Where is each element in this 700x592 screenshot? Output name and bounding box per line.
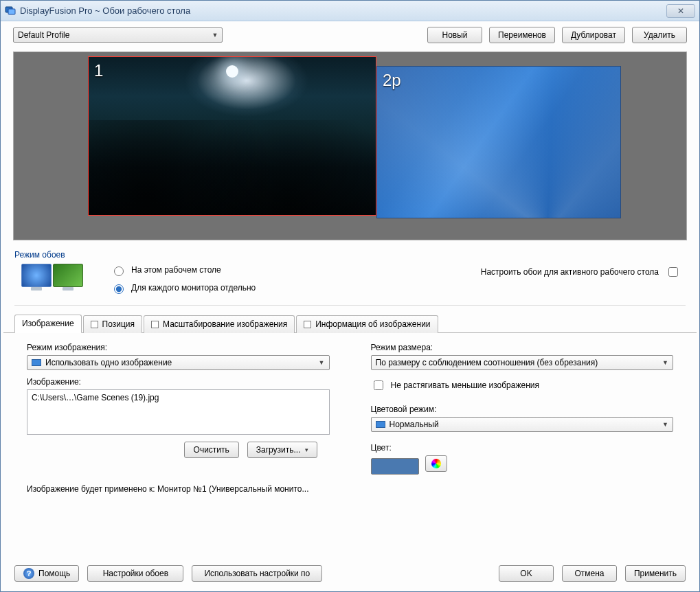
profile-toolbar: Default Profile Новый Переименов Дублиро… xyxy=(1,21,699,46)
color-mode-value: Нормальный xyxy=(389,420,439,429)
app-icon xyxy=(5,5,16,16)
close-button[interactable]: ✕ xyxy=(666,4,695,18)
footer: ?Помощь Настройки обоев Использовать нас… xyxy=(1,558,699,591)
clear-image-button[interactable]: Очистить xyxy=(184,442,239,458)
mode-icon-screen-1 xyxy=(21,264,52,287)
profile-select-value: Default Profile xyxy=(18,30,69,40)
image-mode-combo[interactable]: Использовать одно изображение xyxy=(27,355,330,370)
size-mode-combo[interactable]: По размеру с соблюдением соотношения (бе… xyxy=(371,355,674,370)
mode-heading: Режим обоев xyxy=(1,243,699,261)
window-title: DisplayFusion Pro ~ Обои рабочего стола xyxy=(20,5,666,16)
image-path-box[interactable]: C:\Users\…\Game Scenes (19).jpg xyxy=(27,389,330,435)
preview-area: 1 2р xyxy=(13,52,687,240)
new-profile-button[interactable]: Новый xyxy=(427,27,482,43)
mode-radio-group: На этом рабочем столе Для каждого монито… xyxy=(90,261,256,297)
monitor-2[interactable]: 2р xyxy=(376,66,621,218)
color-mode-label: Цветовой режим: xyxy=(371,405,674,414)
active-desktop-label: Настроить обои для активного рабочего ст… xyxy=(481,267,659,277)
divider xyxy=(14,305,686,306)
monitor-1-wallpaper xyxy=(89,57,376,215)
mode-icon-screen-2 xyxy=(53,264,83,287)
profile-select[interactable]: Default Profile xyxy=(13,27,223,43)
size-mode-label: Режим размера: xyxy=(371,343,674,352)
tab-info[interactable]: Информация об изображении xyxy=(296,315,438,333)
radio-this-desktop-label: На этом рабочем столе xyxy=(131,265,221,275)
delete-profile-button[interactable]: Удалить xyxy=(632,27,687,43)
cancel-button[interactable]: Отмена xyxy=(562,565,617,582)
use-settings-by-button[interactable]: Использовать настройки по xyxy=(192,565,322,582)
monitor-1[interactable]: 1 xyxy=(88,56,376,216)
radio-each-monitor[interactable]: Для каждого монитора отдельно xyxy=(111,279,256,297)
tab-scaling-icon xyxy=(151,321,159,328)
active-desktop-checkbox[interactable] xyxy=(668,267,678,277)
active-desktop-row: Настроить обои для активного рабочего ст… xyxy=(481,261,686,279)
mode-icon xyxy=(21,261,90,287)
app-window: DisplayFusion Pro ~ Обои рабочего стола … xyxy=(0,0,700,592)
image-path-label: Изображение: xyxy=(27,377,330,387)
no-stretch-checkbox[interactable] xyxy=(374,380,383,390)
monitor-1-badge: 1 xyxy=(94,61,103,80)
no-stretch-row[interactable]: Не растягивать меньшие изображения xyxy=(371,378,674,392)
size-mode-value: По размеру с соблюдением соотношения (бе… xyxy=(376,358,598,367)
radio-each-monitor-label: Для каждого монитора отдельно xyxy=(131,283,256,293)
tab-position-icon xyxy=(91,321,98,328)
applied-to-text: Изображение будет применено к: Монитор №… xyxy=(1,480,699,494)
image-mode-value: Использовать одно изображение xyxy=(45,358,172,367)
color-mode-combo[interactable]: Нормальный xyxy=(371,417,674,432)
svg-rect-1 xyxy=(8,9,15,14)
tab-body: Режим изображения: Использовать одно изо… xyxy=(1,333,699,480)
left-column: Режим изображения: Использовать одно изо… xyxy=(27,343,330,475)
tab-image-label: Изображение xyxy=(22,319,74,328)
wallpaper-settings-button[interactable]: Настройки обоев xyxy=(87,565,183,582)
help-button[interactable]: ?Помощь xyxy=(14,565,79,582)
rename-profile-button[interactable]: Переименов xyxy=(489,27,555,43)
image-mode-icon xyxy=(32,359,41,366)
no-stretch-label: Не растягивать меньшие изображения xyxy=(391,380,539,390)
color-mode-icon xyxy=(376,421,385,428)
tab-scaling[interactable]: Масштабирование изображения xyxy=(144,315,295,333)
tab-position[interactable]: Позиция xyxy=(83,315,142,333)
color-picker-button[interactable] xyxy=(425,455,447,472)
help-label: Помощь xyxy=(38,569,70,578)
tab-info-icon xyxy=(304,321,311,328)
load-image-button[interactable]: Загрузить... xyxy=(247,442,317,458)
color-swatch[interactable] xyxy=(371,458,419,475)
image-path-value: C:\Users\…\Game Scenes (19).jpg xyxy=(32,393,159,402)
monitor-2-badge: 2р xyxy=(383,71,401,90)
help-icon: ? xyxy=(23,568,34,579)
mode-row: На этом рабочем столе Для каждого монито… xyxy=(1,261,699,301)
tab-strip: Изображение Позиция Масштабирование изоб… xyxy=(3,310,697,333)
tab-image[interactable]: Изображение xyxy=(14,315,82,333)
radio-each-monitor-input[interactable] xyxy=(114,284,124,294)
right-column: Режим размера: По размеру с соблюдением … xyxy=(371,343,674,475)
tab-scaling-label: Масштабирование изображения xyxy=(163,319,287,329)
monitor-2-wallpaper xyxy=(377,67,620,218)
ok-button[interactable]: OK xyxy=(499,565,554,582)
color-label: Цвет: xyxy=(371,443,674,453)
radio-this-desktop[interactable]: На этом рабочем столе xyxy=(111,261,256,279)
image-mode-label: Режим изображения: xyxy=(27,343,330,352)
tab-info-label: Информация об изображении xyxy=(315,319,430,329)
apply-button[interactable]: Применить xyxy=(625,565,686,582)
radio-this-desktop-input[interactable] xyxy=(114,266,124,276)
duplicate-profile-button[interactable]: Дублироват xyxy=(562,27,625,43)
titlebar[interactable]: DisplayFusion Pro ~ Обои рабочего стола … xyxy=(1,1,699,21)
tab-position-label: Позиция xyxy=(102,319,135,329)
color-wheel-icon xyxy=(431,459,441,468)
